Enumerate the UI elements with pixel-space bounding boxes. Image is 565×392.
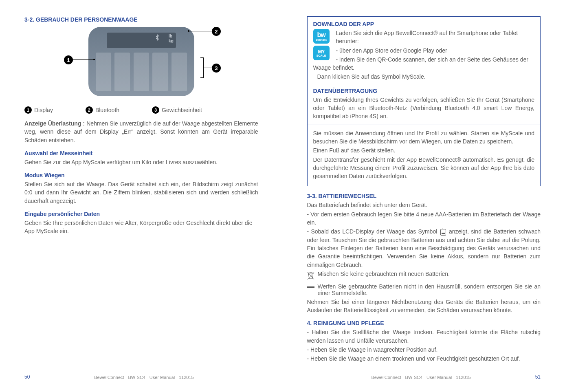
heading-datatransfer: DATENÜBERTRAGUNG	[313, 88, 535, 94]
heading-download: DOWNLOAD DER APP	[313, 21, 535, 27]
batt-line-2: - Vor dem ersten Gebrauch legen Sie bitt…	[307, 210, 541, 227]
page-number: 51	[535, 374, 541, 380]
page-right: DOWNLOAD DER APP bw connect MY SCALE Lad…	[283, 0, 565, 392]
bewellconnect-app-icon: bw connect	[313, 29, 330, 44]
legend-item-2: 2Bluetooth	[86, 106, 119, 114]
download-line-1: Laden Sie sich die App BewellConnect® au…	[313, 29, 535, 46]
download-line-4: Dann klicken Sie auf das Symbol MyScale.	[313, 73, 535, 81]
download-line-3: - indem Sie den QR-Code scannen, der sic…	[313, 55, 535, 72]
app-icons: bw connect MY SCALE	[313, 29, 332, 62]
clean-line-1: - Halten Sie die Stellfläche der Waage t…	[307, 328, 541, 345]
heading-3-3: 3-3. BATTIERIEWECHSEL	[307, 193, 541, 199]
diagram-legend: 1Display 2Bluetooth 3Gewichtseinheit	[24, 106, 258, 114]
bar-icon	[307, 286, 314, 288]
download-line-2: - über den App Store oder Google Play od…	[313, 46, 535, 55]
footer-text: BewellConnect - BW-SC4 - User Manual - 1…	[371, 375, 470, 380]
personal-text: Geben Sie Ihre persönlichen Daten wie Al…	[24, 219, 258, 236]
legend-item-3: 3Gewichtseinheit	[152, 106, 202, 114]
legend-label: Bluetooth	[95, 107, 119, 113]
diagram-display	[107, 33, 176, 48]
data-line-2: Sie müssen die Anwendung öffnen und Ihr …	[313, 129, 535, 146]
heading-unit: Auswahl der Messeinheit	[24, 150, 258, 156]
page-left: 3-2. GEBRAUCH DER PERSONENWAAGE	[0, 0, 283, 392]
legend-label: Display	[34, 107, 53, 113]
overload-label: Anzeige Überlastung :	[24, 120, 86, 127]
page-spread: 3-2. GEBRAUCH DER PERSONENWAAGE	[0, 0, 565, 392]
heading-personal: Eingabe persönlicher Daten	[24, 211, 258, 217]
batt-line-3: - Sobald das LCD-Display der Waage das S…	[307, 227, 541, 269]
heading-3-2: 3-2. GEBRAUCH DER PERSONENWAAGE	[24, 16, 258, 23]
clean-line-2: - Heben Sie die Waage in waagrechter Pos…	[307, 346, 541, 354]
footer-right: BewellConnect - BW-SC4 - User Manual - 1…	[307, 366, 541, 380]
legend-item-1: 1Display	[24, 106, 53, 114]
unit-text: Gehen Sie zur die App MyScale verfügbar …	[24, 158, 258, 166]
low-battery-icon	[440, 229, 446, 236]
batt-line-1: Das Batteriefach befindet sich unter dem…	[307, 201, 541, 209]
info-box: DOWNLOAD DER APP bw connect MY SCALE Lad…	[307, 16, 541, 186]
callout-3: 3	[212, 64, 221, 73]
overload-paragraph: Anzeige Überlastung : Nehmen Sie unverzü…	[24, 119, 258, 144]
myscale-app-icon: MY SCALE	[313, 46, 330, 60]
callout-1: 1	[64, 55, 73, 64]
bluetooth-icon	[155, 34, 160, 42]
heading-weigh: Modus Wiegen	[24, 172, 258, 178]
data-line-4: Der Datentransfer geschieht mit der App …	[313, 156, 535, 181]
heading-4: 4. REINIGUNG UND PFLEGE	[307, 320, 541, 326]
callout-2: 2	[212, 27, 221, 36]
box-divider	[308, 125, 541, 125]
page-number: 50	[24, 374, 30, 380]
weigh-text: Stellen Sie sich auf die Waage. Das Gerä…	[24, 180, 258, 205]
clean-line-3: - Heben Sie die Waage an einem trocknen …	[307, 355, 541, 363]
legend-label: Gewichtseinheit	[162, 107, 202, 113]
batt-note-1: Mischen Sie keine gebrauchten mit neuen …	[307, 271, 541, 282]
data-line-3: Einen Fuß auf das Gerät stellen.	[313, 146, 535, 154]
diagram-stripes	[96, 53, 187, 91]
scale-diagram: 1 2 3	[76, 27, 207, 96]
batt-note-2: Werfen Sie gebrauchte Batterien nicht in…	[307, 283, 541, 296]
batt-line-6: Nehmen Sie bei einer längeren Nichtbenut…	[307, 298, 541, 315]
footer-left: 50 BewellConnect - BW-SC4 - User Manual …	[24, 366, 258, 380]
weee-bin-icon	[307, 271, 314, 282]
data-line-1: Um die Entwicklung Ihres Gewichts zu ver…	[313, 96, 535, 121]
footer-text: BewellConnect - BW-SC4 - User Manual - 1…	[94, 375, 193, 380]
